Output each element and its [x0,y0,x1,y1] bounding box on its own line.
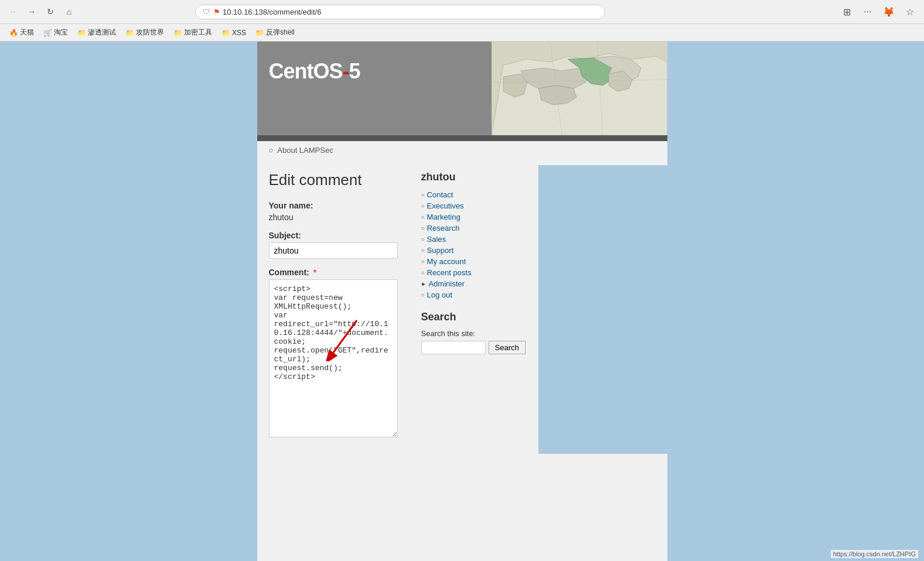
security-icon: 🛡 [203,8,210,16]
search-label: Search this site: [421,329,476,338]
bookmark-jiami-label: 加密工具 [184,28,212,37]
sidebar: zhutou ○ Contact ○ Executives ○ Marketin… [410,165,538,454]
back-button[interactable]: ← [6,5,20,19]
tianmao-icon: 🔥 [9,29,18,37]
comment-group: Comment: * <script> var request=new XMLH… [269,268,398,439]
bookmark-tianmao[interactable]: 🔥 天猫 [6,26,37,39]
page-wrapper: CentOS-5 ○ About [0,42,924,561]
bullet-sales: ○ [421,236,425,242]
sync-button[interactable]: 🦊 [881,4,897,20]
sidebar-link-executives[interactable]: Executives [427,201,464,210]
sidebar-item-sales: ○ Sales [421,235,527,244]
search-form: Search this site: Search [421,329,527,354]
dark-separator [257,135,667,141]
your-name-group: Your name: zhutou [269,201,398,222]
sidebar-menu: ○ Contact ○ Executives ○ Marketing ○ Res… [421,190,527,299]
bookmark-jiami[interactable]: 📁 加密工具 [170,26,216,39]
nav-about-lampsec[interactable]: About LAMPSec [277,146,333,155]
site-container: CentOS-5 ○ About [257,42,667,561]
subject-input[interactable] [269,242,398,259]
bullet-myaccount: ○ [421,258,425,265]
sidebar-item-administer: ► Administer [421,279,527,288]
folder-icon-4: 📁 [221,29,230,37]
address-marker: ⚑ [213,8,220,16]
folder-icon-1: 📁 [77,29,86,37]
bullet-logout: ○ [421,292,425,298]
logo-cent: Cent [269,59,313,83]
site-logo: CentOS-5 [269,59,360,84]
comment-label: Comment: * [269,268,398,277]
bookmark-shentou-label: 渗透测试 [88,28,116,37]
sidebar-item-support: ○ Support [421,246,527,255]
annotation-container: <script> var request=new XMLHttpRequest(… [269,279,398,439]
extensions-button[interactable]: ⊞ [838,4,855,20]
sidebar-item-myaccount: ○ My account [421,257,527,266]
sidebar-item-marketing: ○ Marketing [421,213,527,221]
site-header: CentOS-5 [257,42,667,135]
browser-toolbar: ← → ↻ ⌂ 🛡 ⚑ 10.10.16.138/comment/edit/6 … [0,0,924,24]
bookmark-shentou[interactable]: 📁 渗透测试 [74,26,120,39]
bullet-administer: ► [421,281,427,287]
bookmark-xss-label: XSS [232,29,246,37]
comment-textarea[interactable]: <script> var request=new XMLHttpRequest(… [269,279,398,437]
bookmark-gongfang[interactable]: 📁 攻防世界 [122,26,168,39]
logo-num: 5 [349,59,360,83]
subject-label: Subject: [269,231,398,240]
bullet-support: ○ [421,247,425,254]
sidebar-link-sales[interactable]: Sales [427,235,446,244]
page-title: Edit comment [269,171,398,189]
your-name-value: zhutou [269,213,294,222]
sidebar-search-title: Search [421,311,527,323]
sidebar-item-research: ○ Research [421,224,527,232]
folder-icon-3: 📁 [173,29,182,37]
bookmark-tianmao-label: 天猫 [20,28,34,37]
address-bar[interactable]: 🛡 ⚑ 10.10.16.138/comment/edit/6 [195,5,605,19]
more-button[interactable]: ··· [860,4,876,20]
bookmark-taobao-label: 淘宝 [54,28,68,37]
sidebar-link-myaccount[interactable]: My account [427,257,466,266]
logo-os: OS [313,59,343,83]
nav-bullet: ○ [269,146,274,155]
home-button[interactable]: ⌂ [62,5,76,19]
sidebar-link-logout[interactable]: Log out [427,290,452,299]
required-marker: * [313,268,316,277]
sidebar-link-marketing[interactable]: Marketing [427,213,461,221]
footer-url: https://blog.csdn.net/LZHPIG [831,550,918,558]
sidebar-link-support[interactable]: Support [427,246,454,255]
subject-group: Subject: [269,231,398,259]
header-map [492,42,667,135]
sidebar-link-contact[interactable]: Contact [427,190,454,199]
bookmark-fandan-label: 反弹shell [266,28,295,37]
sidebar-item-executives: ○ Executives [421,201,527,210]
sidebar-link-administer[interactable]: Administer [428,279,464,288]
bullet-contact: ○ [421,191,425,198]
sidebar-item-logout: ○ Log out [421,290,527,299]
browser-actions: ⊞ ··· 🦊 ☆ [838,4,918,20]
folder-icon-5: 📁 [255,29,264,37]
taobao-icon: 🛒 [43,29,52,37]
sidebar-link-recentposts[interactable]: Recent posts [427,268,472,277]
your-name-label: Your name: [269,201,398,210]
url-text: 10.10.16.138/comment/edit/6 [223,8,321,16]
bookmark-button[interactable]: ☆ [902,4,918,20]
folder-icon-2: 📁 [125,29,134,37]
bookmark-fandan[interactable]: 📁 反弹shell [252,26,298,39]
main-layout: Edit comment Your name: zhutou Subject: … [257,159,667,460]
forward-button[interactable]: → [25,5,39,19]
bookmark-gongfang-label: 攻防世界 [136,28,164,37]
sidebar-item-recentposts: ○ Recent posts [421,268,527,277]
browser-chrome: ← → ↻ ⌂ 🛡 ⚑ 10.10.16.138/comment/edit/6 … [0,0,924,42]
sidebar-link-research[interactable]: Research [427,224,460,232]
bullet-marketing: ○ [421,214,425,220]
bookmark-taobao[interactable]: 🛒 淘宝 [40,26,71,39]
right-area [538,165,667,454]
bookmark-xss[interactable]: 📁 XSS [218,28,250,38]
bullet-recentposts: ○ [421,269,425,276]
bullet-research: ○ [421,225,425,231]
refresh-button[interactable]: ↻ [43,5,57,19]
bullet-executives: ○ [421,203,425,209]
search-input[interactable] [421,341,486,354]
search-button[interactable]: Search [489,341,526,354]
sidebar-item-contact: ○ Contact [421,190,527,199]
logo-dash: - [343,59,349,83]
